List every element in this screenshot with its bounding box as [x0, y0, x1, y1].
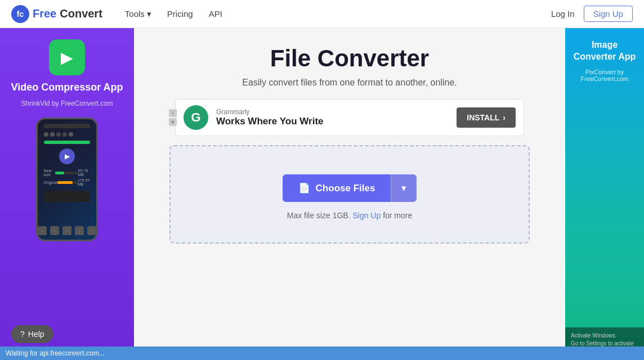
install-button[interactable]: INSTALL ›	[457, 107, 516, 128]
drop-zone[interactable]: 📄 Choose Files ▾ Max file size 1GB. Sign…	[169, 145, 530, 244]
app-icon: ▶	[49, 39, 85, 75]
main-nav: Tools ▾ Pricing API	[125, 9, 551, 19]
left-ad: ▶ Video Compressor App ShrinkVid by Free…	[0, 28, 134, 360]
header-right: Log In Sign Up	[551, 6, 633, 22]
choose-files-button[interactable]: 📄 Choose Files	[283, 174, 391, 202]
video-icon: ▶	[61, 48, 73, 67]
left-ad-subtitle: ShrinkVid by FreeConvert.com	[21, 100, 113, 107]
ad-close-icons: i ✕	[169, 109, 177, 126]
signup-button[interactable]: Sign Up	[584, 6, 633, 22]
page-subtitle: Easily convert files from one format to …	[242, 78, 457, 88]
ad-banner: i ✕ G Grammarly Works Where You Write IN…	[175, 99, 524, 136]
ad-brand: Grammarly	[216, 108, 449, 116]
stat-row-1: New size 65.78 MB	[44, 169, 91, 177]
choose-files-group: 📄 Choose Files ▾	[283, 174, 417, 202]
right-ad: Image Converter App PixConvert by FreeCo…	[565, 28, 644, 360]
nav-pricing[interactable]: Pricing	[167, 9, 193, 19]
save-icon: ↓	[75, 226, 84, 235]
share-icon-2: ↑	[50, 226, 59, 235]
signup-link[interactable]: Sign Up	[352, 211, 381, 220]
ad-info-icon[interactable]: i	[169, 109, 177, 117]
status-bar: Waiting for api.freeconvert.com...	[0, 346, 644, 360]
question-icon: ?	[20, 330, 25, 339]
more-icon: ⋯	[87, 226, 96, 235]
logo-icon: fc	[11, 5, 29, 23]
status-text: Waiting for api.freeconvert.com...	[6, 349, 105, 357]
file-icon: 📄	[298, 182, 310, 194]
ad-headline: Works Where You Write	[216, 116, 449, 127]
chevron-right-icon: ›	[503, 113, 506, 122]
nav-api[interactable]: API	[209, 9, 222, 19]
phone-mockup: ▶ New size 65.78 MB Original 175.67 MB	[36, 118, 98, 241]
stat-row-2: Original 175.67 MB	[44, 178, 91, 186]
right-ad-title: Image Converter App	[571, 39, 638, 63]
ad-banner-text: Grammarly Works Where You Write	[216, 108, 449, 127]
chevron-down-icon: ▾	[147, 9, 151, 19]
help-button[interactable]: ? Help	[11, 325, 53, 343]
main-layout: ▶ Video Compressor App ShrinkVid by Free…	[0, 28, 644, 360]
replace-icon: ↔	[62, 226, 71, 235]
login-button[interactable]: Log In	[551, 9, 575, 19]
activate-title: Activate Windows	[571, 332, 638, 340]
share-icon: ↑	[38, 226, 47, 235]
phone-stats: New size 65.78 MB Original 175.67 MB	[44, 169, 91, 186]
chevron-down-icon: ▾	[401, 183, 406, 194]
ad-close-icon[interactable]: ✕	[169, 118, 177, 126]
center-content: File Converter Easily convert files from…	[134, 28, 565, 360]
nav-tools[interactable]: Tools ▾	[125, 9, 151, 19]
page-title: File Converter	[270, 45, 429, 72]
logo-free: Free	[33, 7, 56, 20]
header: fc FreeConvert Tools ▾ Pricing API Log I…	[0, 0, 644, 28]
play-button: ▶	[59, 148, 75, 164]
dropdown-button[interactable]: ▾	[391, 174, 417, 202]
phone-bottom-icons: ↑ ↑ ↔ ↓ ⋯	[38, 226, 96, 235]
logo-convert: Convert	[60, 7, 102, 20]
left-ad-title: Video Compressor App	[11, 81, 123, 94]
phone-bar-1	[44, 124, 91, 128]
right-ad-subtitle: PixConvert by FreeConvert.com	[571, 69, 638, 82]
phone-bar-2	[44, 141, 91, 144]
drop-hint: Max file size 1GB. Sign Up for more	[287, 211, 413, 220]
logo[interactable]: fc FreeConvert	[11, 5, 102, 23]
phone-screen: ▶ New size 65.78 MB Original 175.67 MB	[38, 119, 96, 240]
grammarly-logo: G	[184, 105, 208, 130]
